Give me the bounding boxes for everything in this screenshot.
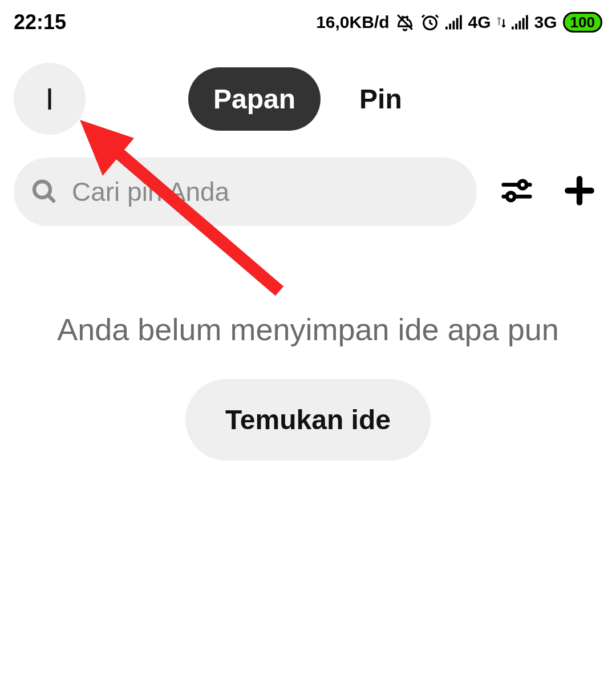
search-row <box>0 135 616 226</box>
status-bar: 22:15 16,0KB/d 4G <box>0 0 616 34</box>
svg-rect-10 <box>522 18 524 30</box>
network-label-1: 4G <box>468 13 491 32</box>
status-right: 16,0KB/d 4G <box>316 12 602 33</box>
add-button[interactable] <box>557 169 602 215</box>
empty-state: Anda belum menyimpan ide apa pun Temukan… <box>0 226 616 461</box>
status-time: 22:15 <box>14 10 66 34</box>
svg-point-17 <box>507 193 514 200</box>
signal-icon-2 <box>512 15 529 30</box>
svg-line-13 <box>48 195 54 201</box>
find-ideas-button[interactable]: Temukan ide <box>185 379 431 461</box>
sliders-icon <box>499 173 534 211</box>
mute-icon <box>395 13 415 32</box>
svg-rect-4 <box>452 21 455 30</box>
tab-papan[interactable]: Papan <box>188 67 321 131</box>
svg-rect-9 <box>518 21 521 30</box>
tabs: Papan Pin <box>188 67 427 131</box>
tab-pin[interactable]: Pin <box>334 67 427 131</box>
status-data-rate: 16,0KB/d <box>316 13 389 32</box>
svg-rect-7 <box>512 27 514 30</box>
alarm-icon <box>420 13 440 32</box>
data-arrows-icon <box>497 16 506 29</box>
plus-icon <box>562 173 597 211</box>
svg-rect-3 <box>449 24 451 30</box>
battery-indicator: 100 <box>563 12 602 33</box>
avatar[interactable]: I <box>14 63 86 135</box>
svg-rect-8 <box>515 24 517 30</box>
svg-rect-5 <box>456 18 458 30</box>
header-row: I Papan Pin <box>0 34 616 135</box>
search-box[interactable] <box>14 158 477 226</box>
filter-button[interactable] <box>494 169 540 215</box>
svg-point-15 <box>519 181 526 188</box>
network-label-2: 3G <box>534 13 557 32</box>
svg-rect-6 <box>460 15 462 30</box>
svg-rect-11 <box>526 15 528 30</box>
search-icon <box>31 178 58 205</box>
signal-icon-1 <box>445 15 463 30</box>
svg-rect-2 <box>445 27 448 30</box>
search-input[interactable] <box>72 176 460 207</box>
empty-message: Anda belum menyimpan ide apa pun <box>0 312 616 347</box>
